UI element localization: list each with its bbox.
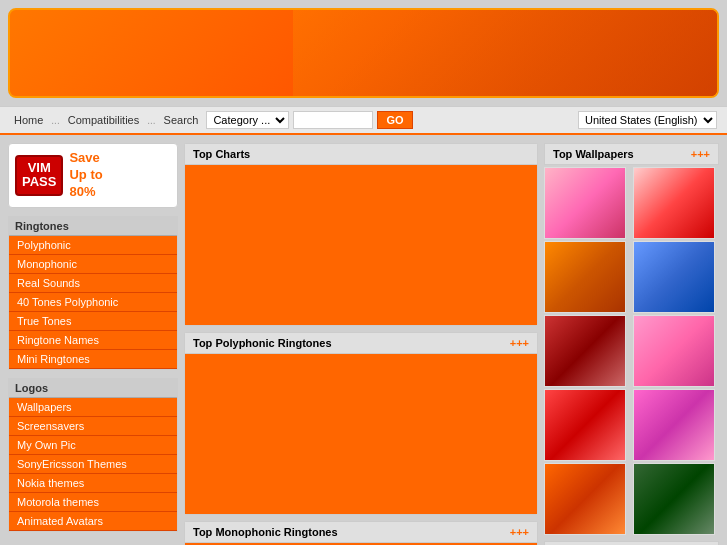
- sidebar-item-monophonic[interactable]: Monophonic: [9, 255, 177, 274]
- top-monophonic-box: Top Monophonic Ringtones +++: [184, 521, 538, 545]
- sidebar-item-animated-avatars[interactable]: Animated Avatars: [9, 512, 177, 531]
- sidebar-item-sonyericsson[interactable]: SonyEricsson Themes: [9, 455, 177, 474]
- wallpaper-thumb-3[interactable]: [544, 241, 626, 313]
- category-select[interactable]: Category ...: [206, 111, 289, 129]
- center-content: Top Charts Top Polyphonic Ringtones +++ …: [184, 143, 538, 545]
- wallpaper-thumb-7[interactable]: [544, 389, 626, 461]
- right-sidebar: Top Wallpapers +++ Top Screensavers +++: [544, 143, 719, 545]
- search-input[interactable]: [293, 111, 373, 129]
- wallpapers-grid: [544, 167, 719, 535]
- top-charts-body: [185, 165, 537, 325]
- nav-sep-1: ...: [51, 115, 59, 126]
- header-banner: [8, 8, 719, 98]
- top-polyphonic-header: Top Polyphonic Ringtones +++: [185, 333, 537, 354]
- top-polyphonic-title: Top Polyphonic Ringtones: [193, 337, 332, 349]
- nav-search-label: Search: [160, 112, 203, 128]
- sidebar-item-nokia[interactable]: Nokia themes: [9, 474, 177, 493]
- wallpaper-thumb-10[interactable]: [633, 463, 715, 535]
- sidebar-item-ringtone-names[interactable]: Ringtone Names: [9, 331, 177, 350]
- sidebar-ringtones-title: Ringtones: [9, 217, 177, 236]
- navbar: Home ... Compatibilities ... Search Cate…: [0, 106, 727, 135]
- top-polyphonic-body: [185, 354, 537, 514]
- sidebar-item-mini-ringtones[interactable]: Mini Ringtones: [9, 350, 177, 369]
- go-button[interactable]: GO: [377, 111, 412, 129]
- sidebar-logos-title: Logos: [9, 379, 177, 398]
- top-monophonic-header: Top Monophonic Ringtones +++: [185, 522, 537, 543]
- top-wallpapers-plus[interactable]: +++: [691, 148, 710, 160]
- sidebar-item-motorola[interactable]: Motorola themes: [9, 493, 177, 512]
- sidebar-item-wallpapers[interactable]: Wallpapers: [9, 398, 177, 417]
- sidebar-ringtones-section: Ringtones Polyphonic Monophonic Real Sou…: [8, 216, 178, 370]
- sidebar-item-real-sounds[interactable]: Real Sounds: [9, 274, 177, 293]
- wallpaper-thumb-4[interactable]: [633, 241, 715, 313]
- sidebar-item-40-tones[interactable]: 40 Tones Polyphonic: [9, 293, 177, 312]
- sidebar-item-screensavers[interactable]: Screensavers: [9, 417, 177, 436]
- wallpaper-thumb-1[interactable]: [544, 167, 626, 239]
- top-polyphonic-box: Top Polyphonic Ringtones +++: [184, 332, 538, 515]
- vimpass-logo: VIM PASS: [15, 155, 63, 196]
- top-charts-title: Top Charts: [193, 148, 250, 160]
- nav-compatibilities[interactable]: Compatibilities: [64, 112, 144, 128]
- top-monophonic-plus[interactable]: +++: [510, 526, 529, 538]
- top-charts-header: Top Charts: [185, 144, 537, 165]
- wallpaper-thumb-9[interactable]: [544, 463, 626, 535]
- nav-sep-2: ...: [147, 115, 155, 126]
- country-select[interactable]: United States (English): [578, 111, 717, 129]
- wallpaper-thumb-8[interactable]: [633, 389, 715, 461]
- sidebar-item-true-tones[interactable]: True Tones: [9, 312, 177, 331]
- sidebar-item-polyphonic[interactable]: Polyphonic: [9, 236, 177, 255]
- vimpass-promo[interactable]: VIM PASS Save Up to 80%: [8, 143, 178, 208]
- top-monophonic-title: Top Monophonic Ringtones: [193, 526, 338, 538]
- wallpaper-thumb-5[interactable]: [544, 315, 626, 387]
- top-charts-box: Top Charts: [184, 143, 538, 326]
- wallpaper-thumb-2[interactable]: [633, 167, 715, 239]
- top-polyphonic-plus[interactable]: +++: [510, 337, 529, 349]
- main-layout: VIM PASS Save Up to 80% Ringtones Polyph…: [0, 135, 727, 545]
- top-screensavers-header: Top Screensavers +++: [544, 541, 719, 545]
- nav-home[interactable]: Home: [10, 112, 47, 128]
- sidebar-logos-section: Logos Wallpapers Screensavers My Own Pic…: [8, 378, 178, 532]
- vimpass-text: Save Up to 80%: [69, 150, 102, 201]
- sidebar-item-my-own-pic[interactable]: My Own Pic: [9, 436, 177, 455]
- top-wallpapers-header: Top Wallpapers +++: [544, 143, 719, 165]
- top-wallpapers-title: Top Wallpapers: [553, 148, 634, 160]
- wallpaper-thumb-6[interactable]: [633, 315, 715, 387]
- left-sidebar: VIM PASS Save Up to 80% Ringtones Polyph…: [8, 143, 178, 545]
